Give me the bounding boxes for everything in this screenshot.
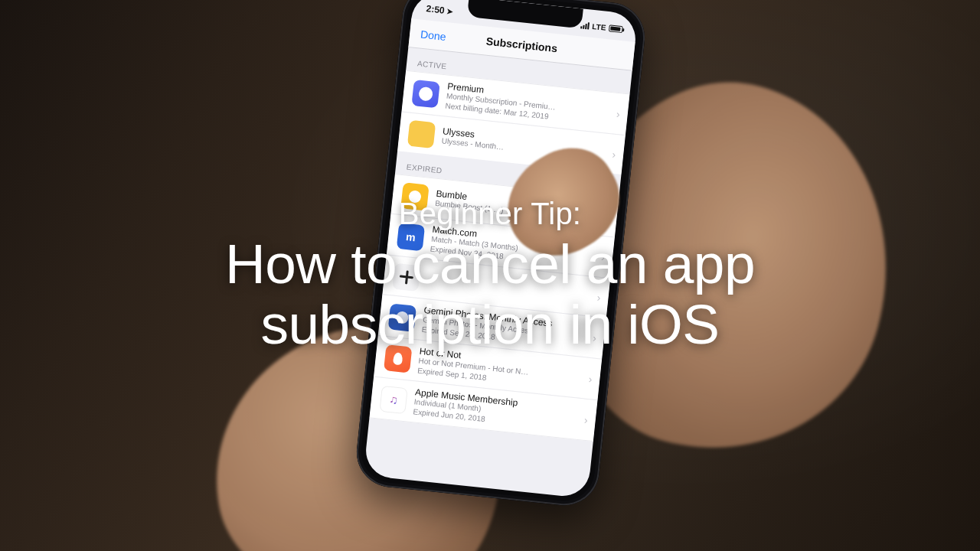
- row-title: [427, 279, 586, 296]
- subscriptions-list[interactable]: ACTIVE Premium Monthly Subscription - Pr…: [364, 47, 632, 499]
- carrier-label: LTE: [592, 21, 606, 31]
- done-button[interactable]: Done: [420, 28, 446, 42]
- battery-icon: [609, 24, 623, 33]
- status-time: 2:50: [426, 3, 445, 15]
- chevron-right-icon: ›: [601, 250, 606, 262]
- row-subtitle: [427, 279, 586, 296]
- chevron-right-icon: ›: [593, 331, 597, 344]
- thumbnail-stage: 2:50 ➤ LTE Done Subscriptions ACTIVE: [0, 0, 980, 551]
- page-title: Subscriptions: [485, 34, 558, 54]
- app-icon: [392, 262, 420, 291]
- chevron-right-icon: ›: [616, 107, 620, 119]
- app-icon: [400, 182, 429, 210]
- chevron-right-icon: ›: [596, 291, 601, 303]
- location-icon: ➤: [446, 6, 453, 15]
- app-icon: ♫: [379, 385, 407, 413]
- app-icon: [384, 344, 412, 373]
- chevron-right-icon: ›: [583, 413, 588, 425]
- app-icon: [388, 303, 416, 331]
- iphone: 2:50 ➤ LTE Done Subscriptions ACTIVE: [353, 0, 648, 509]
- chevron-right-icon: ›: [612, 148, 616, 160]
- chevron-right-icon: ›: [588, 372, 593, 384]
- app-icon: [411, 80, 439, 108]
- app-icon: [407, 119, 436, 148]
- signal-icon: [580, 21, 590, 29]
- app-icon: m: [397, 222, 425, 250]
